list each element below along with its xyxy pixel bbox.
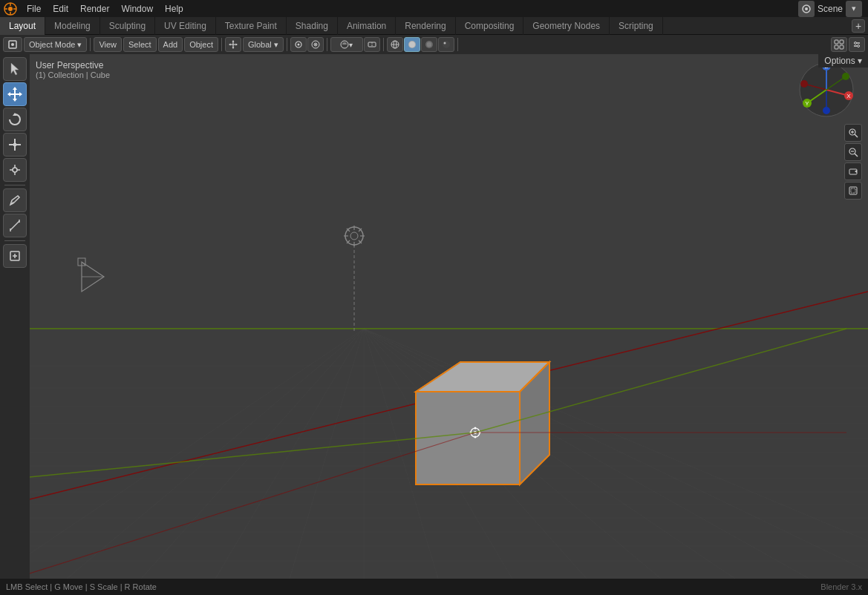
cursor-tool-btn[interactable]: [3, 57, 27, 81]
xray-btn[interactable]: [364, 37, 380, 52]
wireframe-btn[interactable]: [387, 37, 403, 52]
tab-layout[interactable]: Layout: [0, 17, 45, 35]
tab-geometry-nodes[interactable]: Geometry Nodes: [523, 17, 610, 35]
transform-icon[interactable]: [225, 37, 241, 52]
snap-group: [290, 37, 324, 52]
zoom-out-btn[interactable]: [844, 143, 862, 161]
tab-rendering[interactable]: Rendering: [396, 17, 455, 35]
scale-tool-btn[interactable]: [3, 133, 27, 157]
view-menu[interactable]: View: [94, 37, 122, 52]
svg-rect-56: [14, 149, 16, 151]
measure-tool-btn[interactable]: [3, 214, 27, 237]
overlay-group: ▾: [330, 37, 380, 52]
viewport-right-icons: [841, 121, 865, 203]
render-region-btn[interactable]: [844, 182, 862, 200]
cube-object[interactable]: [416, 362, 549, 484]
solid-btn[interactable]: [404, 37, 420, 52]
svg-point-37: [855, 42, 857, 45]
rendered-btn[interactable]: [438, 37, 454, 52]
svg-rect-52: [13, 143, 16, 146]
svg-point-7: [805, 7, 808, 10]
engine-icon[interactable]: [798, 1, 815, 17]
transform-dropdown[interactable]: Global ▾: [243, 37, 284, 52]
top-menu-bar: File Edit Render Window Help Scene ▾: [0, 0, 868, 17]
tab-uv-editing[interactable]: UV Editing: [155, 17, 216, 35]
svg-marker-48: [19, 92, 22, 96]
svg-rect-33: [835, 45, 838, 49]
menu-file[interactable]: File: [21, 0, 47, 17]
snap-btn[interactable]: [290, 37, 307, 52]
svg-marker-47: [7, 92, 10, 96]
select-menu[interactable]: Select: [123, 37, 157, 52]
svg-text:Y: Y: [805, 100, 809, 107]
add-workspace-btn[interactable]: +: [852, 19, 865, 33]
svg-rect-54: [19, 144, 21, 145]
editor-type-btn[interactable]: [831, 37, 847, 52]
tab-shading[interactable]: Shading: [287, 17, 338, 35]
viewport[interactable]: User Perspective (1) Collection | Cube O…: [30, 54, 868, 579]
svg-marker-15: [235, 44, 238, 46]
svg-marker-116: [416, 392, 520, 484]
object-menu[interactable]: Object: [184, 37, 218, 52]
navigation-gizmo[interactable]: Z X Y: [797, 60, 856, 119]
area-options-btn[interactable]: [849, 37, 865, 52]
svg-point-38: [858, 45, 860, 47]
camera-view-btn[interactable]: [844, 162, 862, 180]
secondary-toolbar: Object Mode ▾ View Select Add Object Glo…: [0, 35, 868, 54]
object-mode-dropdown[interactable]: Object Mode ▾: [24, 37, 87, 52]
viewport-overlay-btn[interactable]: ▾: [330, 37, 363, 52]
sep-3: [287, 38, 287, 51]
transform-tool-btn[interactable]: [3, 158, 27, 182]
tab-sculpting[interactable]: Sculpting: [100, 17, 155, 35]
menu-window[interactable]: Window: [115, 0, 159, 17]
menu-help[interactable]: Help: [159, 0, 189, 17]
left-toolbar: [0, 54, 30, 579]
svg-rect-31: [835, 40, 838, 44]
tab-modeling[interactable]: Modeling: [45, 17, 100, 35]
svg-point-127: [474, 427, 477, 430]
svg-rect-69: [30, 54, 868, 579]
tab-scripting[interactable]: Scripting: [610, 17, 663, 35]
menu-edit[interactable]: Edit: [47, 0, 74, 17]
material-btn[interactable]: [421, 37, 437, 52]
svg-rect-157: [849, 187, 857, 194]
move-tool-btn[interactable]: [3, 82, 27, 106]
tab-texture-paint[interactable]: Texture Paint: [216, 17, 287, 35]
svg-marker-12: [232, 40, 234, 42]
status-text: LMB Select | G Move | S Scale | R Rotate: [6, 582, 157, 591]
workspace-tabs: Layout Modeling Sculpting UV Editing Tex…: [0, 17, 868, 35]
rotate-tool-btn[interactable]: [3, 108, 27, 131]
sep-5: [383, 38, 384, 51]
add-menu[interactable]: Add: [158, 37, 183, 52]
tab-animation[interactable]: Animation: [338, 17, 396, 35]
version-text: Blender 3.x: [820, 582, 862, 591]
tab-compositing[interactable]: Compositing: [456, 17, 524, 35]
svg-point-29: [443, 41, 450, 48]
svg-point-126: [474, 436, 477, 438]
svg-rect-53: [9, 144, 10, 145]
proportional-btn[interactable]: [307, 37, 324, 52]
scene-dropdown-icon[interactable]: ▾: [846, 1, 862, 17]
mode-icon-btn[interactable]: [3, 37, 22, 52]
annotate-tool-btn[interactable]: [3, 188, 27, 212]
status-bar: LMB Select | G Move | S Scale | R Rotate…: [0, 579, 868, 595]
svg-point-17: [297, 44, 299, 46]
scene-svg: [30, 54, 868, 579]
svg-line-63: [10, 221, 19, 230]
options-button[interactable]: Options ▾: [818, 54, 868, 68]
svg-point-147: [842, 73, 849, 80]
left-sep-1: [4, 185, 25, 185]
add-tool-btn[interactable]: [3, 244, 27, 268]
svg-rect-32: [840, 40, 843, 44]
sep-2: [221, 38, 222, 51]
zoom-in-btn[interactable]: [844, 124, 862, 142]
svg-point-1: [8, 7, 13, 11]
svg-point-30: [443, 42, 446, 45]
svg-point-142: [800, 80, 808, 88]
svg-rect-55: [14, 139, 16, 140]
menu-render[interactable]: Render: [74, 0, 115, 17]
svg-marker-45: [13, 87, 17, 90]
svg-marker-156: [855, 170, 857, 173]
sep-6: [457, 38, 458, 51]
svg-line-154: [855, 154, 858, 157]
